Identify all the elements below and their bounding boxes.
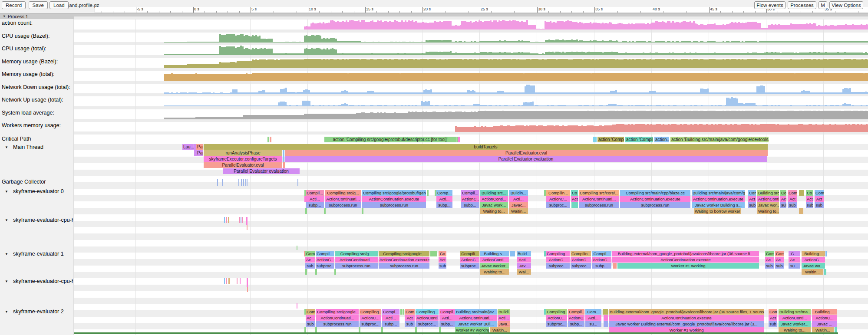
view-options-button[interactable]: View Options [829,1,863,9]
counter-chart-action-count[interactable] [74,20,868,30]
trace-event-sliver[interactable] [430,251,437,256]
counter-chart-cpu-usage-total-[interactable] [74,45,868,55]
trace-event-bar[interactable]: ParallelEvaluator.eval [204,162,282,168]
trace-event-bar[interactable]: ActionC... [546,315,567,321]
trace-event-bar[interactable]: Compiling src/google... [316,309,359,315]
gc-event-tick[interactable] [243,179,244,186]
trace-event-bar[interactable]: ActionContinuati... [455,315,497,321]
trace-event-sliver[interactable] [799,190,804,196]
trace-event-bar[interactable]: Build... [517,251,531,256]
trace-event-bar[interactable]: ActionC... [802,257,825,263]
trace-event-sliver[interactable] [324,208,326,214]
counter-chart-memory-usage-bazel-[interactable] [74,58,868,68]
trace-event-bar[interactable]: ActionContinuation.execute [612,257,759,263]
trace-event-bar[interactable]: action... [654,137,669,142]
trace-event-bar[interactable]: Com [775,251,784,256]
cpu-heavy-event-tick[interactable] [247,225,248,230]
trace-event-bar[interactable]: Compiling ... [416,309,439,315]
trace-event-bar[interactable]: Waiting to... [480,208,508,214]
trace-event-bar[interactable]: ActionC... [360,315,381,321]
trace-event-bar[interactable]: Building src/main/java/com/go... [692,190,745,196]
trace-event-bar[interactable]: Compili... [460,251,479,256]
trace-event-bar[interactable]: ActionC... [546,196,570,202]
trace-event-bar[interactable]: sub [815,202,824,208]
trace-event-sliver[interactable] [315,269,317,275]
gc-event-tick[interactable] [241,179,242,186]
trace-event-bar[interactable]: subp... [461,202,479,208]
trace-event-bar[interactable]: Javac wor... [757,202,779,208]
cpu-heavy-event-tick[interactable] [239,217,240,223]
trace-event-bar[interactable]: subproc... [571,263,591,269]
sidebar-row-main-thread[interactable]: ▼Main Thread [0,144,73,151]
trace-event-bar[interactable]: subp... [568,321,584,327]
trace-event-bar[interactable]: sub [306,321,315,327]
trace-event-bar[interactable]: ActionC... [461,196,479,202]
trace-event-bar[interactable]: ActionC... [571,257,591,263]
time-ruler[interactable]: -5 s0 s5 s10 s15 s20 s25 s30 s35 s40 s45… [95,7,868,13]
collapse-triangle-icon[interactable]: ▼ [3,14,6,18]
trace-event-bar[interactable]: subprocess.run [620,202,690,208]
trace-event-bar[interactable]: ActionContinuati... [579,196,619,202]
trace-event-bar[interactable]: su... [585,321,601,327]
trace-event-sliver[interactable] [194,144,196,150]
trace-event-bar[interactable]: subproc... [546,263,570,269]
trace-event-bar[interactable]: Compil... [306,190,324,196]
trace-event-bar[interactable]: ActionContinuation.execute [362,196,426,202]
cpu-heavy-event-tick[interactable] [240,278,241,284]
trace-event-sliver[interactable] [613,263,617,269]
trace-event-bar[interactable]: Compiling src/google/protobuf/generat... [362,190,426,196]
trace-event-bar[interactable]: Compiling... [360,309,381,315]
trace-event-bar[interactable]: ActionC... [316,257,334,263]
trace-event-sliver[interactable] [458,137,460,142]
trace-event-bar[interactable]: Ac... [775,257,784,263]
trace-event-bar[interactable]: Building ... [812,309,837,315]
cpu-heavy-event-tick[interactable] [241,217,241,223]
trace-event-bar[interactable]: Building... [802,251,825,256]
trace-event-bar[interactable]: Compiling src/g... [325,190,361,196]
trace-event-sliver[interactable] [510,251,515,256]
cpu-heavy-event-tick[interactable] [226,278,227,284]
trace-event-bar[interactable]: ActionConti... [480,196,508,202]
trace-event-bar[interactable]: ActionC... [460,257,479,263]
trace-event-bar[interactable]: subprocess.run [579,202,619,208]
trace-event-bar[interactable]: Javac ... [812,321,837,327]
trace-event-bar[interactable]: Acti... [498,315,510,321]
trace-event-bar[interactable]: Javac worker... [779,321,811,327]
trace-event-bar[interactable]: ActionC... [812,315,837,321]
trace-event-bar[interactable]: ActionConti... [757,196,779,202]
trace-event-bar[interactable]: Com [405,309,415,315]
cpu-heavy-event-tick[interactable] [228,217,229,223]
trace-event-bar[interactable]: Ac... [789,257,800,263]
trace-event-bar[interactable]: Com [815,190,824,196]
trace-event-bar[interactable]: sub [748,202,756,208]
sidebar-row-skyframe-evaluator-0[interactable]: ▼skyframe-evaluator 0 [0,188,73,195]
cpu-heavy-event-tick[interactable] [226,217,227,223]
trace-event-sliver[interactable] [799,208,803,214]
trace-event-bar[interactable]: Compiling src/g... [335,251,378,256]
trace-event-bar[interactable]: C... [789,251,800,256]
trace-event-bar[interactable]: Acti... [517,257,531,263]
trace-event-bar[interactable]: sub [806,202,813,208]
trace-event-bar[interactable]: subproc... [416,321,439,327]
trace-event-bar[interactable]: action 'Compiling... [597,137,624,142]
trace-event-bar[interactable]: Building external/com_google_protobuf/ja… [612,251,759,256]
sidebar-row-skyframe-evaluator-2[interactable]: ▼skyframe-evaluator 2 [0,309,73,315]
counter-chart-workers-memory-usage[interactable] [74,122,868,132]
trace-event-bar[interactable]: sub [765,263,774,269]
sidebar-row-skyframe-evaluator-cpu-heavy[interactable]: ▼skyframe-evaluator-cpu-heavy- [0,278,73,285]
gc-event-tick[interactable] [238,179,239,186]
trace-event-bar[interactable]: Compi... [382,309,399,315]
cpu-heavy-event-tick[interactable] [228,278,230,284]
trace-event-bar[interactable]: Parallel Evaluator evaluation [285,156,767,162]
trace-event-bar[interactable]: sub [439,263,446,269]
gc-event-tick[interactable] [297,179,298,186]
trace-event-bar[interactable]: Building s... [480,251,509,256]
trace-event-sliver[interactable] [334,269,336,275]
trace-event-bar[interactable]: Co [439,251,446,256]
counter-chart-cpu-usage-bazel-[interactable] [74,33,868,43]
cpu-heavy-event-tick[interactable] [247,287,248,292]
trace-event-sliver[interactable] [571,202,578,208]
trace-event-bar[interactable]: Buildi... [498,309,510,315]
trace-event-bar[interactable]: ActionContinuation.execute [379,257,429,263]
trace-event-bar[interactable]: action 'Building src/main/java/com/googl… [670,137,769,142]
